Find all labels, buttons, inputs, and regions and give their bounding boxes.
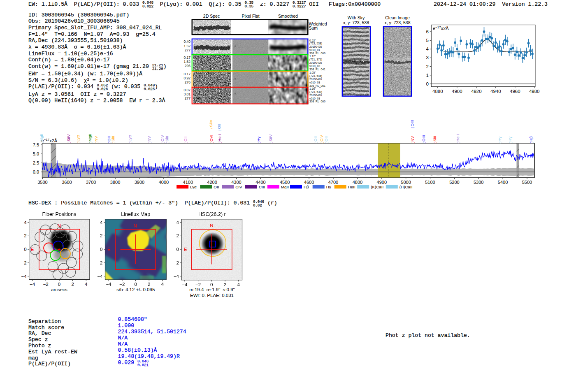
svg-text:{ CIV: { CIV [160, 135, 165, 143]
svg-text:3: 3 [426, 55, 429, 60]
svg-text:5200: 5200 [449, 180, 459, 185]
svg-text:N: N [210, 223, 213, 228]
svg-text:0: 0 [134, 282, 137, 287]
svg-text:(K)CaII: (K)CaII [371, 185, 383, 189]
svg-text:2: 2 [100, 233, 102, 238]
svg-text:{ NV: { NV [410, 136, 415, 143]
svg-text:E: E [107, 247, 111, 252]
svg-text:276: 276 [185, 80, 190, 84]
svg-text:v010_02: v010_02 [309, 65, 320, 68]
svg-text:3800: 3800 [110, 180, 120, 185]
svg-text:With Sky: With Sky [348, 15, 365, 20]
svg-text:4600: 4600 [304, 180, 314, 185]
svg-text:4900: 4900 [452, 89, 462, 94]
svg-text:−4: −4 [97, 274, 103, 279]
svg-text:−2: −2 [97, 260, 102, 265]
svg-text:{ CIV: { CIV [319, 135, 324, 143]
svg-text:CIII: CIII [259, 185, 265, 189]
svg-text:{ Hγ: { Hγ [508, 137, 512, 143]
svg-text:v010_03: v010_03 [309, 97, 320, 100]
svg-text:−2: −2 [119, 282, 125, 287]
svg-text:−2: −2 [43, 282, 49, 287]
svg-text:20190426: 20190426 [309, 61, 322, 64]
svg-text:(723, 546): (723, 546) [309, 74, 322, 78]
svg-text:4800: 4800 [353, 180, 362, 185]
svg-text:7.5: 7.5 [33, 142, 39, 147]
svg-text:1.52: 1.52 [183, 60, 190, 64]
svg-text:{ MgII: { MgII [88, 134, 92, 143]
svg-text:{ OII: { OII [217, 124, 221, 131]
svg-text:−2: −2 [174, 260, 179, 265]
svg-text:4500: 4500 [280, 180, 290, 185]
svg-text:277: 277 [185, 48, 190, 52]
svg-text:−4: −4 [182, 282, 188, 287]
svg-text:4940: 4940 [490, 89, 501, 94]
svg-text:4: 4 [237, 282, 240, 287]
svg-text:{ Lyα: { Lyα [76, 135, 80, 143]
svg-text:−4: −4 [30, 282, 35, 287]
svg-text:4: 4 [24, 220, 27, 225]
svg-text:5400: 5400 [498, 180, 508, 185]
svg-text:EWr: 0. PLAE: 0.031: EWr: 0. PLAE: 0.031 [190, 293, 234, 298]
svg-text:1.05": 1.05" [309, 71, 316, 74]
svg-text:4700: 4700 [328, 180, 338, 185]
svg-text:{ OII: { OII [324, 136, 328, 143]
svg-text:Hβ: Hβ [304, 185, 309, 189]
svg-text:CIV: CIV [235, 185, 242, 189]
svg-text:MgII: MgII [281, 185, 289, 189]
svg-text:m:19.4 re:1.9" s:0.9": m:19.4 re:1.9" s:0.9" [189, 287, 235, 292]
svg-text:4: 4 [177, 220, 179, 225]
svg-text:1.12": 1.12" [309, 55, 316, 58]
svg-text:Pixel Flat: Pixel Flat [242, 14, 259, 19]
svg-text:1: 1 [426, 73, 429, 78]
svg-text:2: 2 [148, 282, 150, 287]
svg-text:4: 4 [161, 282, 164, 287]
svg-text:{ SiIV: { SiIV [268, 134, 273, 144]
svg-text:308_RL_041: 308_RL_041 [309, 68, 325, 71]
svg-text:0: 0 [210, 282, 213, 287]
svg-text:4960: 4960 [510, 89, 520, 94]
svg-text:20190426: 20190426 [309, 94, 322, 97]
svg-text:2: 2 [71, 282, 74, 287]
svg-text:Hγ: Hγ [326, 185, 331, 189]
svg-text:(723, 538): (723, 538) [309, 42, 322, 45]
svg-text:0: 0 [100, 247, 102, 252]
svg-text:x, y: 723, 538: x, y: 723, 538 [343, 20, 369, 25]
svg-text:{ OIII: { OIII [421, 135, 426, 144]
svg-text:{ OVI: { OVI [209, 135, 214, 144]
svg-text:OII: OII [214, 185, 219, 189]
svg-text:{ SiII: { SiII [165, 136, 169, 143]
svg-text:20190426: 20190426 [309, 45, 322, 48]
svg-text:3700: 3700 [86, 180, 96, 185]
svg-text:Fiber Positions: Fiber Positions [42, 211, 77, 217]
svg-text:(723, 538): (723, 538) [309, 90, 322, 94]
svg-text:0: 0 [24, 247, 26, 252]
svg-text:N: N [58, 223, 61, 228]
svg-text:{ SiIV: { SiIV [66, 134, 71, 144]
svg-text:0.17: 0.17 [183, 56, 190, 60]
svg-text:5300: 5300 [474, 180, 483, 185]
svg-text:3500: 3500 [37, 180, 47, 185]
svg-text:E: E [184, 247, 187, 252]
svg-text:0: 0 [58, 282, 60, 287]
svg-text:5500: 5500 [522, 180, 532, 185]
svg-text:3600: 3600 [62, 180, 72, 185]
svg-text:{ CII: { CII [183, 137, 188, 144]
svg-text:4920: 4920 [471, 89, 482, 94]
svg-text:{ OIII: { OIII [410, 120, 414, 128]
svg-text:308_RL_060: 308_RL_060 [309, 100, 325, 103]
svg-text:{ Hγ: { Hγ [497, 137, 502, 143]
svg-text:{ HeII: { HeII [455, 134, 460, 143]
svg-text:−2: −2 [21, 260, 26, 265]
svg-text:{ Hβ: { Hβ [529, 136, 533, 143]
svg-text:4980: 4980 [529, 89, 540, 94]
svg-text:4: 4 [85, 282, 88, 287]
svg-text:3.01: 3.01 [183, 92, 190, 96]
svg-text:4400: 4400 [255, 180, 265, 185]
svg-text:{ NV: { NV [94, 136, 98, 143]
svg-text:277: 277 [185, 96, 190, 100]
svg-text:5: 5 [426, 38, 429, 43]
svg-text:{ OII: { OII [313, 136, 318, 143]
svg-text:HeII: HeII [348, 185, 355, 189]
svg-text:2: 2 [177, 233, 179, 238]
